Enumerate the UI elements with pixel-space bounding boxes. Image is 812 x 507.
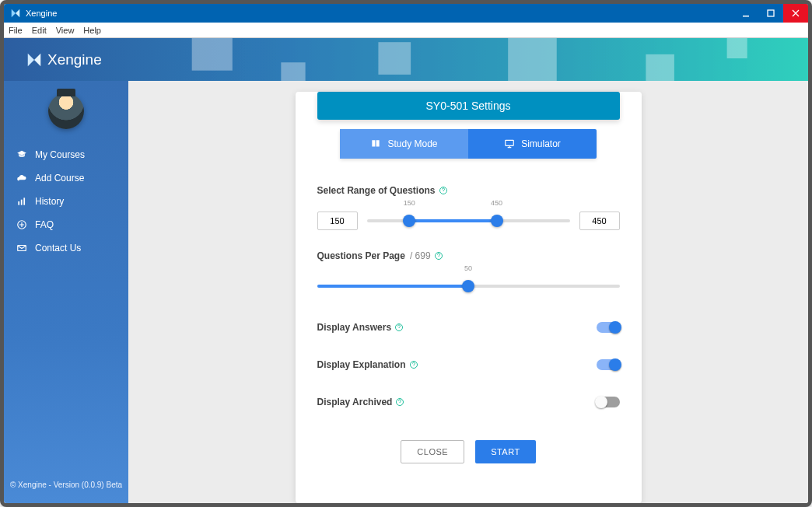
sidebar-footer: © Xengine - Version (0.0.9) Beta [4,481,128,489]
sidebar-item-my-courses[interactable]: My Courses [4,143,128,166]
brand-logo: Xengine [26,51,102,68]
toggle-explanation[interactable] [597,359,620,370]
menu-edit[interactable]: Edit [32,26,47,35]
perpage-tip: 50 [464,264,472,272]
menu-bar: File Edit View Help [4,23,808,38]
tab-label: Simulator [521,129,561,159]
book-icon [370,138,381,149]
envelope-icon [16,243,27,253]
toggle-label: Display Explanation [317,359,406,370]
svg-rect-6 [646,54,674,81]
settings-card: SY0-501 Settings Study Mode Simulator Se… [296,92,642,503]
avatar-wrap [4,81,128,143]
menu-file[interactable]: File [9,26,23,35]
maximize-button[interactable] [758,4,783,23]
range-section: Select Range of Questions 150 450 [296,185,642,230]
cloud-plus-icon [16,173,27,184]
range-thumb-low[interactable] [403,215,415,227]
window-title: Xengine [26,9,57,18]
range-low-tip: 150 [404,199,415,207]
banner-decoration [159,38,808,81]
window-controls [733,4,808,23]
tab-study-mode[interactable]: Study Mode [340,129,468,159]
svg-rect-8 [18,201,19,205]
tab-label: Study Mode [387,129,437,159]
plus-circle-icon [16,219,27,230]
range-thumb-high[interactable] [491,215,503,227]
sidebar-item-add-course[interactable]: Add Course [4,166,128,190]
svg-rect-13 [506,140,514,145]
svg-rect-3 [281,62,305,81]
range-low-input[interactable] [317,212,358,230]
help-icon[interactable] [434,251,443,260]
perpage-label: Questions Per Page [317,250,405,261]
toggle-answers[interactable] [597,322,620,333]
button-row: CLOSE START [296,440,642,463]
avatar[interactable] [48,93,84,129]
start-button[interactable]: START [475,440,536,463]
help-icon[interactable] [439,186,448,195]
svg-rect-5 [508,38,557,81]
graduation-cap-icon [16,149,27,160]
mode-tabs: Study Mode Simulator [340,129,597,159]
toggle-row-archived: Display Archived [296,397,642,407]
range-slider[interactable]: 150 450 [367,212,570,230]
range-label: Select Range of Questions [317,185,436,196]
svg-rect-1 [768,10,774,16]
toggle-row-explanation: Display Explanation [296,359,642,370]
perpage-thumb[interactable] [462,280,474,292]
toggle-archived[interactable] [597,397,620,407]
menu-view[interactable]: View [56,26,75,35]
help-icon[interactable] [394,323,404,332]
svg-rect-7 [727,38,747,58]
tab-simulator[interactable]: Simulator [468,129,597,159]
svg-rect-4 [378,42,411,75]
sidebar-item-label: My Courses [35,149,85,160]
minimize-button[interactable] [733,4,758,23]
toggle-row-answers: Display Answers [296,322,642,333]
svg-rect-2 [192,38,233,71]
perpage-section: Questions Per Page / 699 50 [296,250,642,295]
brand-name: Xengine [47,51,102,68]
sidebar-item-label: Add Course [35,173,84,184]
sidebar-item-label: Contact Us [35,243,81,253]
help-icon[interactable] [395,397,404,407]
toggle-label: Display Archived [317,397,393,407]
chart-icon [16,196,27,207]
perpage-slider[interactable]: 50 [317,277,620,295]
range-high-input[interactable] [579,212,620,230]
brand-icon [26,51,43,68]
main-area: SY0-501 Settings Study Mode Simulator Se… [128,81,808,503]
window-close-button[interactable] [783,4,808,23]
help-icon[interactable] [409,360,418,369]
sidebar-item-label: FAQ [35,219,54,230]
close-button[interactable]: CLOSE [401,440,464,463]
toggle-label: Display Answers [317,322,392,333]
title-bar: Xengine [4,4,808,23]
sidebar-item-label: History [35,196,64,207]
sidebar-item-history[interactable]: History [4,190,128,213]
range-high-tip: 450 [491,199,502,207]
settings-title: SY0-501 Settings [317,92,620,120]
app-window: Xengine File Edit View Help [0,0,812,507]
monitor-icon [504,138,515,149]
app-icon [10,8,21,19]
sidebar-item-contact[interactable]: Contact Us [4,236,128,260]
svg-rect-9 [21,200,23,205]
svg-rect-10 [23,198,25,205]
perpage-total: / 699 [410,250,431,261]
menu-help[interactable]: Help [83,26,101,35]
sidebar-item-faq[interactable]: FAQ [4,213,128,236]
sidebar: My Courses Add Course History FAQ [4,81,128,503]
header-banner: Xengine [4,38,808,81]
svg-rect-0 [743,16,749,17]
